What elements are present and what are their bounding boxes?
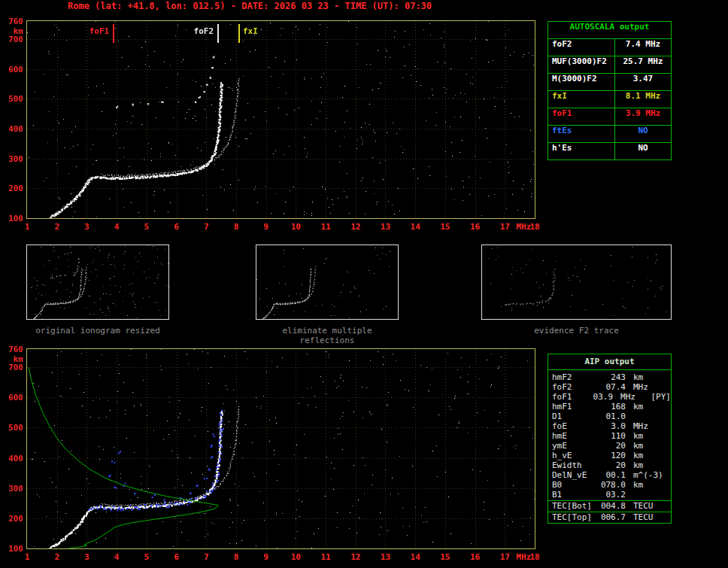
thumbnail-original-ionogram — [26, 245, 169, 320]
aip-row-extra — [666, 431, 671, 441]
y-tick-label: 760 — [1, 17, 23, 26]
aip-row-value: 20 — [599, 460, 626, 470]
aip-row-unit — [626, 412, 666, 421]
foF1-marker-line — [113, 24, 114, 43]
x-tick-label: 14 — [405, 553, 425, 561]
aip-row-hmf1: hmF1168km — [548, 402, 671, 412]
autoscala-row-label: MUF(3000)F2 — [548, 56, 615, 73]
aip-row-unit: km — [626, 480, 666, 490]
x-axis-unit: MHz — [512, 553, 535, 561]
aip-output-title: AIP output — [548, 354, 671, 370]
aip-row-deln-ve: DelN_vE00.1m^(-3) — [548, 470, 671, 480]
autoscala-row-m3000f2: M(3000)F2 3.47 — [548, 74, 671, 91]
thumbnail-evidence-f2 — [481, 245, 672, 320]
aip-row-unit: km — [626, 460, 666, 470]
aip-row-name: B0 — [548, 480, 599, 490]
x-tick-label: 12 — [346, 553, 366, 561]
aip-row-value: 00.1 — [599, 470, 626, 480]
x-tick-label: 10 — [286, 223, 305, 231]
foF2-marker-label: foF2 — [184, 26, 214, 36]
aip-row-fof2: foF207.4MHz — [548, 382, 671, 392]
aip-row-extra — [666, 501, 671, 512]
y-tick-label: 600 — [1, 65, 23, 74]
aip-row-tec-bot-: TEC[Bot]004.8TECU — [548, 500, 671, 512]
autoscala-row-value: 3.9 MHz — [615, 108, 671, 125]
aip-row-yme: ymE20km — [548, 441, 671, 451]
aip-row-hme: hmE110km — [548, 431, 671, 441]
autoscala-row-ftEs: ftEs NO — [548, 126, 671, 143]
aip-row-fof1: foF103.9MHz[PY] — [548, 392, 671, 402]
aip-row-unit: TECU — [626, 512, 666, 523]
foF1-marker-label: foF1 — [79, 26, 109, 36]
autoscala-row-value: 7.4 MHz — [615, 39, 671, 56]
x-tick-label: 9 — [256, 553, 276, 561]
aip-row-name: foE — [548, 421, 599, 431]
y-tick-label: 500 — [1, 95, 23, 103]
x-tick-label: 13 — [375, 553, 395, 561]
aip-row-foe: foE3.0MHz — [548, 421, 671, 431]
thumbnail-canvas-evidence-f2 — [482, 245, 671, 319]
aip-row-value: 07.4 — [599, 382, 626, 392]
aip-row-unit: km — [626, 402, 666, 412]
x-tick-label: 12 — [346, 223, 366, 231]
aip-row-name: foF2 — [548, 382, 599, 392]
aip-row-name: hmF1 — [548, 402, 599, 412]
aip-row-value: 243 — [599, 372, 626, 382]
autoscala-row-fxI: fxI 8.1 MHz — [548, 91, 671, 108]
aip-row-extra — [666, 512, 671, 523]
autoscala-row-value: 25.7 MHz — [615, 56, 671, 73]
x-tick-label: 10 — [286, 553, 305, 561]
ionogram-plot-profile — [26, 348, 535, 549]
page-title: Rome (lat: +41.8, lon: 012.5) - DATE: 20… — [68, 1, 432, 11]
x-tick-label: 8 — [226, 553, 246, 561]
y-tick-label: 500 — [1, 424, 23, 432]
aip-row-unit: km — [626, 451, 666, 460]
x-tick-label: 1 — [17, 223, 37, 231]
aip-row-tec-top-: TEC[Top]006.7TECU — [548, 512, 671, 523]
aip-row-name: foF1 — [548, 392, 590, 402]
aip-row-unit — [626, 490, 666, 500]
x-tick-label: 11 — [316, 553, 335, 561]
aip-row-unit: km — [626, 431, 666, 441]
x-tick-label: 4 — [107, 553, 126, 561]
aip-row-b0: B0078.0km — [548, 480, 671, 490]
y-tick-label: 300 — [1, 484, 23, 493]
x-tick-label: 7 — [196, 553, 216, 561]
x-tick-label: 11 — [316, 223, 335, 231]
y-tick-label: 760 — [1, 345, 23, 354]
aip-row-extra — [666, 470, 671, 480]
y-tick-label: 400 — [1, 125, 23, 133]
y-tick-label: 700 — [1, 35, 23, 44]
aip-row-extra — [666, 372, 671, 382]
x-tick-label: 15 — [435, 553, 455, 561]
aip-output-table: AIP output hmF2243kmfoF207.4MHzfoF103.9M… — [548, 354, 672, 524]
x-tick-label: 1 — [17, 553, 37, 561]
autoscala-output-title: AUTOSCALA output — [548, 22, 671, 39]
autoscala-row-value: NO — [615, 126, 671, 142]
aip-row-extra — [666, 402, 671, 412]
autoscala-row-hEs: h'Es NO — [548, 143, 671, 159]
x-tick-label: 16 — [466, 553, 485, 561]
aip-table-tec: TEC[Bot]004.8TECUTEC[Top]006.7TECU — [548, 500, 671, 523]
aip-row-unit: km — [626, 372, 666, 382]
aip-row-extra — [666, 421, 671, 431]
x-tick-label: 8 — [226, 223, 246, 231]
aip-row-name: TEC[Bot] — [548, 501, 599, 512]
ionogram-canvas-profile — [27, 349, 535, 548]
y-tick-label: 100 — [1, 214, 23, 223]
aip-row-unit: m^(-3) — [626, 470, 666, 480]
x-tick-label: 4 — [107, 223, 126, 231]
aip-row-name: B1 — [548, 490, 599, 500]
autoscala-row-label: M(3000)F2 — [548, 74, 615, 90]
aip-row-unit: TECU — [626, 501, 666, 512]
ionogram-canvas-main — [27, 21, 535, 218]
aip-table-body: hmF2243kmfoF207.4MHzfoF103.9MHz[PY]hmF11… — [548, 370, 671, 500]
thumbnail-canvas-original — [27, 245, 168, 319]
aip-row-extra — [666, 490, 671, 500]
aip-row-ewidth: Ewidth20km — [548, 460, 671, 470]
autoscala-output-table: AUTOSCALA output foF2 7.4 MHz MUF(3000)F… — [548, 21, 672, 160]
aip-row-name: D1 — [548, 412, 599, 421]
x-tick-label: 5 — [137, 553, 156, 561]
autoscala-screen: Rome (lat: +41.8, lon: 012.5) - DATE: 20… — [0, 0, 728, 568]
aip-row-value: 01.0 — [599, 412, 626, 421]
